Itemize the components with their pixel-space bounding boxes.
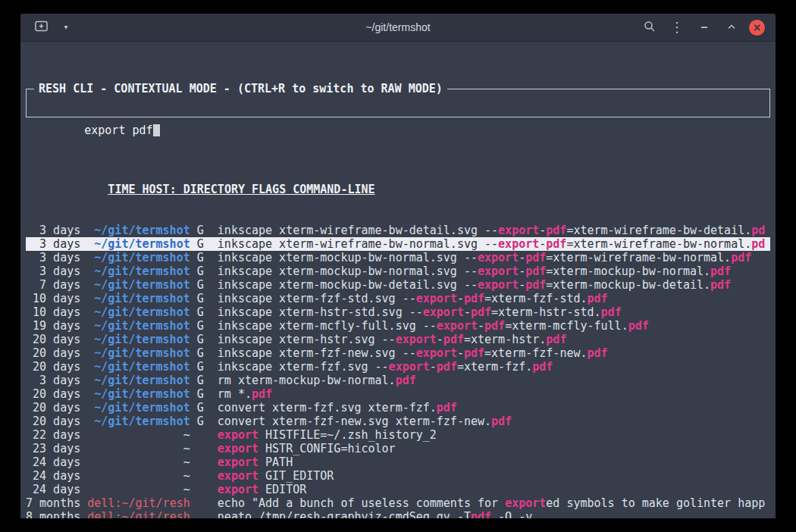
match-highlight: pdf [731, 251, 751, 264]
row-location: ~/git/termshot [87, 387, 190, 401]
command-text: GIT_EDITOR [259, 469, 334, 483]
new-tab-button[interactable] [31, 17, 51, 37]
command-text: -O -v [491, 510, 532, 518]
command-text: neato /tmp/resh-graphviz-cmdSeq.gv -T [218, 510, 471, 518]
row-command: inkscape xterm-mockup-bw-normal.svg --ex… [218, 264, 731, 278]
match-highlight: export [416, 346, 457, 360]
row-time: 19 days [26, 319, 80, 333]
history-row[interactable]: 10 days ~/git/termshot G inkscape xterm-… [26, 292, 770, 305]
row-location: ~ [87, 455, 190, 469]
history-row[interactable]: 24 days ~ export PATH [26, 455, 770, 469]
history-row[interactable]: 23 days ~ export HSTR_CONFIG=hicolor [26, 442, 770, 455]
command-text: HISTFILE=~/.zsh_history_2 [259, 428, 437, 442]
minimize-icon: – [701, 21, 708, 33]
history-row[interactable]: 20 days ~/git/termshot G convert xterm-f… [26, 415, 770, 428]
match-highlight: export [498, 237, 539, 251]
match-highlight: pdf [464, 346, 484, 360]
row-location: ~/git/termshot [87, 346, 190, 360]
row-command: inkscape xterm-mockup-bw-normal.svg --ex… [218, 251, 751, 264]
history-row[interactable]: 24 days ~ export GIT_EDITOR [26, 469, 770, 483]
row-time: 3 days [26, 374, 80, 387]
command-text: PATH [259, 455, 293, 469]
row-command: inkscape xterm-mockup-bw-detail.svg --ex… [218, 278, 731, 292]
history-row[interactable]: 19 days ~/git/termshot G inkscape xterm-… [26, 319, 770, 333]
row-location: ~ [87, 483, 190, 496]
row-command: export HISTFILE=~/.zsh_history_2 [218, 428, 437, 442]
row-flags [197, 496, 204, 510]
history-row[interactable]: 20 days ~/git/termshot G inkscape xterm-… [26, 346, 770, 360]
titlebar: ▾ ~/git/termshot ⋮ – [20, 14, 776, 42]
match-highlight: export [396, 333, 437, 346]
row-time: 7 months [26, 496, 80, 510]
kebab-menu-icon: ⋮ [670, 20, 684, 34]
command-text: - [430, 360, 437, 374]
history-row[interactable]: 8 months dell:~/git/resh neato /tmp/resh… [26, 510, 770, 518]
command-text: - [519, 251, 525, 264]
history-row[interactable]: 20 days ~/git/termshot G convert xterm-f… [26, 401, 770, 415]
restore-icon [726, 21, 737, 34]
command-text: inkscape xterm-fzf.svg -- [218, 360, 389, 374]
history-row[interactable]: 3 days ~/git/termshot G inkscape xterm-w… [26, 224, 770, 237]
row-flags [197, 455, 204, 469]
row-time: 20 days [26, 333, 80, 346]
search-query-input[interactable]: export pdf [84, 124, 152, 137]
row-time: 10 days [26, 305, 80, 319]
match-highlight: pdf [525, 264, 546, 278]
terminal-body: RESH CLI - CONTEXTUAL MODE - (CTRL+R to … [20, 42, 776, 518]
history-row[interactable]: 3 days ~/git/termshot G inkscape xterm-m… [26, 251, 770, 264]
row-time: 3 days [26, 264, 80, 278]
command-text: rm *. [218, 387, 252, 401]
history-row[interactable]: 24 days ~ export EDITOR [26, 483, 770, 496]
match-highlight: pdf [471, 305, 491, 319]
row-location: ~/git/termshot [87, 251, 190, 264]
history-row[interactable]: 10 days ~/git/termshot G inkscape xterm-… [26, 305, 770, 319]
history-row[interactable]: 20 days ~/git/termshot G inkscape xterm-… [26, 360, 770, 374]
match-highlight: pdf [710, 278, 731, 292]
row-command: inkscape xterm-mcfly-full.svg --export-p… [218, 319, 649, 333]
match-highlight: export [498, 224, 539, 237]
new-tab-icon [35, 20, 48, 34]
history-row[interactable]: 3 days ~/git/termshot G inkscape xterm-m… [26, 264, 770, 278]
row-command: export HSTR_CONFIG=hicolor [218, 442, 396, 455]
row-location: dell:~/git/resh [87, 496, 190, 510]
command-text: EDITOR [259, 483, 306, 496]
row-flags: G [197, 415, 204, 428]
match-highlight: export [389, 360, 430, 374]
menu-button[interactable]: ⋮ [667, 17, 687, 37]
row-command: export PATH [218, 455, 293, 469]
match-highlight: pd [751, 224, 765, 237]
command-text: - [464, 305, 471, 319]
history-row[interactable]: 20 days ~/git/termshot G rm *.pdf [26, 387, 770, 401]
row-time: 20 days [26, 401, 80, 415]
row-command: inkscape xterm-hstr.svg --export-pdf=xte… [218, 333, 567, 346]
row-location: ~/git/termshot [87, 374, 190, 387]
row-flags: G [197, 292, 204, 305]
search-box[interactable]: RESH CLI - CONTEXTUAL MODE - (CTRL+R to … [26, 89, 770, 117]
match-highlight: pdf [525, 251, 546, 264]
history-row[interactable]: 20 days ~/git/termshot G inkscape xterm-… [26, 333, 770, 346]
close-icon: × [753, 22, 762, 33]
search-box-title: RESH CLI - CONTEXTUAL MODE - (CTRL+R to … [34, 82, 447, 95]
tab-dropdown-button[interactable]: ▾ [56, 17, 76, 37]
row-time: 24 days [26, 455, 80, 469]
match-highlight: export [416, 292, 457, 305]
row-location: ~/git/termshot [87, 305, 190, 319]
row-command: export GIT_EDITOR [218, 469, 334, 483]
history-row[interactable]: 7 days ~/git/termshot G inkscape xterm-m… [26, 278, 770, 292]
history-row-selected[interactable]: 3 days ~/git/termshot G inkscape xterm-w… [26, 237, 770, 251]
restore-button[interactable] [722, 17, 741, 37]
command-text: =xterm-fzf-new. [484, 346, 587, 360]
close-button[interactable]: × [749, 20, 765, 36]
command-text: - [519, 278, 525, 292]
row-location: dell:~/git/resh [87, 510, 190, 518]
row-flags: G [197, 237, 204, 251]
history-row[interactable]: 7 months dell:~/git/resh echo "Add a bun… [26, 496, 770, 510]
row-command: inkscape xterm-hstr-std.svg --export-pdf… [218, 305, 622, 319]
history-row[interactable]: 22 days ~ export HISTFILE=~/.zsh_history… [26, 428, 770, 442]
row-time: 7 days [26, 278, 80, 292]
minimize-button[interactable]: – [694, 17, 714, 37]
match-highlight: export [478, 251, 519, 264]
search-button[interactable] [640, 17, 660, 37]
row-flags: G [197, 374, 204, 387]
history-row[interactable]: 3 days ~/git/termshot G rm xterm-mockup-… [26, 374, 770, 387]
